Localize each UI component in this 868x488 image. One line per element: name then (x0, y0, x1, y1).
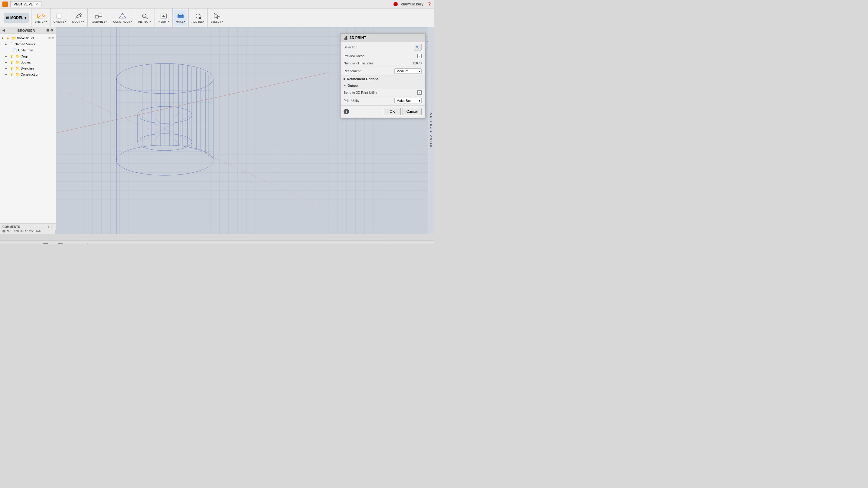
nav-prev-button[interactable]: ◀ (10, 243, 16, 244)
valve-expand-arrow: ▼ (1, 37, 5, 40)
getting-started-panel[interactable]: GETTING STARTED (428, 27, 434, 234)
sketches-folder-icon: 📁 (15, 66, 20, 71)
record-button[interactable] (394, 2, 398, 6)
app-logo (2, 1, 8, 7)
model-grid-icon: ⊞ (6, 16, 9, 20)
valve-settings-icon[interactable]: ⚙ (52, 37, 55, 40)
dialog-buttons: ℹ OK Cancel (341, 105, 425, 118)
dialog-row-num-triangles: Number of Triangles 11676 (341, 60, 425, 67)
svg-rect-8 (99, 14, 102, 16)
select-button[interactable]: SELECT ▾ (209, 10, 225, 26)
make-button[interactable]: MAKE ▾ (174, 10, 187, 26)
valve-visibility-icon[interactable]: 👁 (48, 37, 51, 40)
select-icon (213, 12, 221, 20)
svg-rect-72 (43, 244, 48, 244)
title-bar: Valve V1 v1 ✕ diarmuid kelly ❓ (0, 0, 434, 8)
browser-collapse-icon[interactable]: ◀ (2, 28, 5, 32)
preview-mesh-checkbox[interactable]: ✓ (417, 54, 422, 58)
analysis-button[interactable] (50, 243, 56, 244)
document-tab[interactable]: Valve V1 v1 ✕ (10, 1, 41, 7)
display-mode-button[interactable]: □ (404, 243, 410, 244)
nav-last-button[interactable]: ⏭ (31, 243, 37, 244)
origin-light-icon: 💡 (9, 54, 14, 59)
comments-bar: COMMENTS + ⊣ (0, 234, 434, 240)
send-to-3d-checkbox[interactable]: ✓ (417, 90, 422, 95)
zoom-out-button[interactable]: 🔍 (390, 243, 396, 244)
pan-button[interactable]: ✋ (382, 243, 388, 244)
origin-expand-arrow: ▶ (5, 55, 8, 58)
sketch-icon (37, 12, 45, 20)
timeline-button[interactable]: ≡ (79, 243, 85, 244)
tree-item-origin[interactable]: ▶ 💡 📁 Origin (0, 53, 56, 59)
close-tab-icon[interactable]: ✕ (35, 2, 38, 6)
browser-header: ◀ BROWSER ⊞ ⚙ (0, 27, 56, 34)
tree-item-named-views[interactable]: ▶ 📄 Named Views (0, 41, 56, 47)
model-view-button[interactable] (57, 243, 63, 244)
output-section[interactable]: ▼ Output (341, 82, 425, 89)
create-button[interactable]: CREATE ▾ (52, 10, 68, 26)
tree-item-sketches[interactable]: ▶ 💡 📁 Sketches (0, 65, 56, 71)
print-dialog-header: 🖨 3D PRINT (341, 34, 425, 42)
sketch-mode-button[interactable] (43, 243, 49, 244)
bodies-expand-arrow: ▶ (5, 61, 8, 64)
toolbar-group-make: MAKE ▾ (173, 8, 189, 27)
nav-play-forward-button[interactable]: ▶ (17, 243, 23, 244)
select-label: SELECT ▾ (211, 20, 223, 23)
camera-button[interactable]: 📷 (375, 243, 381, 244)
toolbar-group-insert: INSERT ▾ (155, 8, 173, 27)
create-icon (55, 12, 64, 20)
viewport[interactable]: .wire { stroke: #1a3a9e; stroke-width: 0… (56, 27, 434, 234)
print-utility-dropdown[interactable]: MakerBot Other (394, 98, 422, 103)
tree-item-bodies[interactable]: ▶ 💡 📁 Bodies (0, 59, 56, 65)
toolbar-group-addins: ADD-INS ▾ (189, 8, 208, 27)
model-button[interactable]: ⊞ MODEL ▾ (4, 13, 29, 23)
addins-button[interactable]: ADD-INS ▾ (190, 10, 206, 26)
browser-header-icons: ⊞ ⚙ (46, 28, 53, 32)
toolbar-group-inspect: INSPECT ▾ (135, 8, 155, 27)
modify-label: MODIFY ▾ (72, 20, 84, 23)
dialog-row-refinement: Refinement Low Medium High (341, 67, 425, 75)
tree-item-construction[interactable]: ▶ 💡 📁 Construction (0, 71, 56, 77)
refinement-options-label: Refinement Options (347, 77, 379, 81)
cut-button[interactable]: ✂ (64, 243, 70, 244)
orbit-button[interactable]: ⊕ (72, 243, 78, 244)
bodies-label: Bodies (21, 61, 55, 64)
help-icon[interactable]: ❓ (427, 2, 432, 6)
nav-first-button[interactable]: ⏮ (2, 243, 8, 244)
comments-collapse-icon[interactable]: ⊣ (51, 225, 53, 229)
num-triangles-number: 11676 (412, 61, 422, 65)
modify-icon (74, 12, 83, 20)
construction-label: Construction (21, 72, 55, 76)
comments-plus-icon[interactable]: + (48, 225, 49, 229)
inspect-button[interactable]: INSPECT ▾ (136, 10, 153, 26)
print-utility-label: Print Utility (344, 99, 394, 102)
snap-button[interactable]: ⊕ (368, 243, 374, 244)
grid-button[interactable]: ⊞ (411, 243, 417, 244)
svg-rect-76 (58, 244, 60, 244)
dialog-info-icon[interactable]: ℹ (344, 109, 349, 114)
3d-model-svg: .wire { stroke: #1a3a9e; stroke-width: 0… (107, 61, 222, 188)
addins-icon (194, 12, 202, 20)
selection-button[interactable]: ↖ (414, 44, 422, 51)
tree-item-units[interactable]: 📄 Units: mm (0, 47, 56, 53)
modify-button[interactable]: MODIFY ▾ (70, 10, 86, 26)
browser-settings-icon[interactable]: ⚙ (50, 28, 53, 32)
named-views-expand-arrow: ▶ (5, 43, 8, 46)
nav-play-fast-button[interactable]: ▶ (24, 243, 30, 244)
ok-button[interactable]: OK (384, 108, 400, 115)
construct-button[interactable]: CONSTRUCT ▾ (111, 10, 134, 26)
refinement-dropdown[interactable]: Low Medium High (394, 68, 422, 74)
tree-item-valve[interactable]: ▼ ◈ 📁 Valve V1 v1 👁 ⚙ (0, 35, 56, 41)
assemble-button[interactable]: ASSEMBLE ▾ (89, 10, 109, 26)
refinement-options-section[interactable]: ▶ Refinement Options (341, 75, 425, 82)
dialog-row-send-to-3d: Send to 3D Print Utility ✓ (341, 89, 425, 96)
print-utility-dropdown-wrapper: MakerBot Other (394, 98, 422, 103)
browser-expand-icon[interactable]: ⊞ (46, 28, 49, 32)
construction-expand-arrow: ▶ (5, 73, 8, 76)
create-label: CREATE ▾ (54, 20, 66, 23)
printer-icon: 🖨 (344, 35, 348, 40)
cancel-button[interactable]: Cancel (403, 108, 422, 115)
fit-button[interactable]: ⊡ (397, 243, 403, 244)
insert-button[interactable]: INSERT ▾ (156, 10, 171, 26)
sketch-button[interactable]: SKETCH ▾ (33, 10, 49, 26)
